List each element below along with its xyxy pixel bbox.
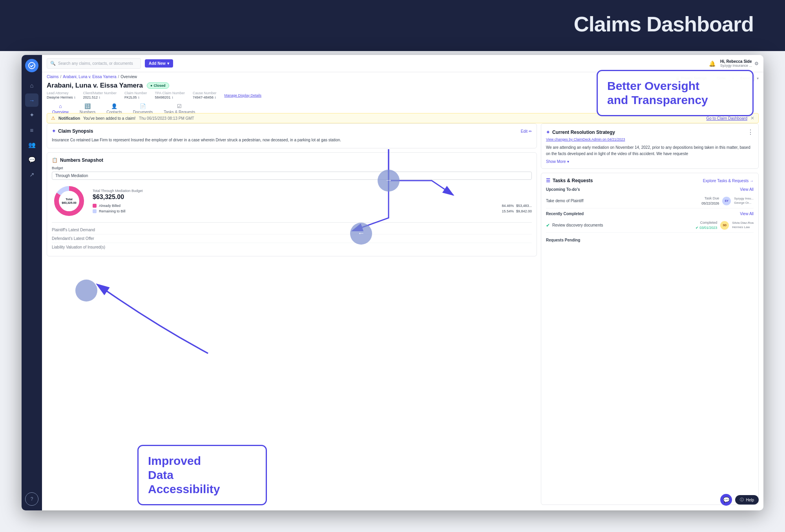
- resolution-icon: ✦: [546, 130, 550, 135]
- synopsis-icon: ✦: [52, 128, 56, 134]
- oversight-annotation-text: Better Oversightand Transparency: [607, 79, 743, 107]
- topbar-right: 🔔 Hi, Rebecca Side Syzygy Insurance ... …: [709, 59, 759, 68]
- numbers-title: Numbers Snapshot: [60, 157, 103, 163]
- claim-tpa: TPA Claim Number 58498201 ℹ: [155, 91, 185, 99]
- completed-check-icon: ✔: [546, 223, 550, 228]
- claim-header: Arabani, Luna v. Eissa Yamera ● Closed L…: [47, 82, 685, 99]
- user-info: Hi, Rebecca Side Syzygy Insurance ... ⚙: [720, 59, 759, 68]
- resolution-title: Current Resolution Strategy: [552, 130, 615, 135]
- claim-client-matter: Client/Matter Number 2021.512 ℹ: [83, 91, 117, 99]
- sidebar-item-star[interactable]: ✦: [25, 108, 38, 122]
- claim-number-info-icon: ℹ: [138, 96, 139, 99]
- notification-close-icon[interactable]: ✕: [750, 115, 754, 121]
- breadcrumb-current: Overview: [120, 75, 137, 79]
- upcoming-label: Upcoming To-do's: [546, 187, 580, 192]
- tpa-info-icon: ℹ: [172, 96, 173, 99]
- sidebar-item-chat[interactable]: 💬: [25, 153, 38, 166]
- left-panel: ✦ Claim Synopsis Edit ✏ Insurance Co ret…: [47, 123, 537, 510]
- legend-billed-dot: [93, 204, 97, 208]
- show-more-button[interactable]: Show More ▾: [546, 159, 754, 164]
- task-item-demo: Take demo of Plaintiff Task Due 05/22/20…: [546, 194, 754, 208]
- lead-attorney-info-icon: ℹ: [74, 96, 75, 99]
- breadcrumb: Claims / Arabani, Luna v. Eissa Yamera /…: [47, 75, 137, 79]
- help-area: 💬 ⓘ Help: [720, 494, 759, 506]
- sidebar-item-users[interactable]: 👥: [25, 138, 38, 152]
- sidebar-logo[interactable]: [25, 59, 38, 72]
- resolution-meta-link[interactable]: View changes by ClaimDeck Admin on 04/21…: [546, 137, 754, 141]
- explore-tasks-link[interactable]: Explore Tasks & Requests →: [703, 179, 754, 183]
- export-chevron-icon: ▾: [757, 76, 759, 80]
- completed-label: Recently Completed: [546, 212, 584, 216]
- help-button[interactable]: ⓘ Help: [735, 495, 759, 505]
- sidebar-item-export[interactable]: ↗: [25, 168, 38, 181]
- claim-cause-number: Cause Number 74947-48456 ℹ: [193, 91, 217, 99]
- client-matter-info-icon: ℹ: [99, 96, 100, 99]
- search-placeholder: Search any claims, contacts, or document…: [58, 61, 133, 66]
- notification-icon[interactable]: 🔔: [709, 60, 716, 67]
- user-company: Syzygy Insurance ...: [720, 64, 752, 68]
- breadcrumb-case[interactable]: Arabani, Luna v. Eissa Yamera: [63, 75, 116, 79]
- user-settings-icon[interactable]: ⚙: [754, 61, 759, 66]
- resolution-menu-icon[interactable]: ⋮: [747, 128, 754, 136]
- completed-view-all-link[interactable]: View All: [740, 212, 754, 216]
- tab-tasks-icon: ☑: [177, 103, 182, 109]
- add-new-button[interactable]: Add New ▾: [145, 59, 173, 68]
- sidebar-item-menu[interactable]: ≡: [25, 123, 38, 137]
- breadcrumb-claims[interactable]: Claims: [47, 75, 59, 79]
- claim-lead-attorney: Lead Attorney Dwayne Hermes ℹ: [47, 91, 75, 99]
- donut-center-label: Total $63,325.00: [62, 197, 77, 205]
- legend-remaining: Remaining to Bill 15.54% $9,842.00: [93, 209, 532, 213]
- sidebar: ⌂ → ✦ ≡ 👥 💬 ↗ ?: [22, 55, 42, 510]
- chat-button[interactable]: 💬: [720, 494, 732, 506]
- upcoming-view-all-link[interactable]: View All: [740, 187, 754, 192]
- budget-details: Total Through Mediation Budget $63,325.0…: [93, 189, 532, 213]
- tab-documents-icon: 📄: [140, 103, 146, 109]
- svg-point-0: [29, 62, 35, 69]
- screenshot-frame: ⌂ → ✦ ≡ 👥 💬 ↗ ? 🔍 Search any claims, con…: [22, 55, 763, 510]
- tasks-title: Tasks & Requests: [553, 178, 593, 183]
- sidebar-item-home[interactable]: ⌂: [25, 79, 38, 92]
- accessibility-annotation-box: ImprovedDataAccessibility: [137, 445, 267, 505]
- notification-text: You've been added to a claim! Thu 06/15/…: [83, 116, 703, 121]
- search-bar[interactable]: 🔍 Search any claims, contacts, or docume…: [47, 58, 141, 69]
- legend-remaining-dot: [93, 209, 97, 213]
- synopsis-title: Claim Synopsis: [58, 128, 93, 134]
- page-title: Claims Dashboard: [574, 12, 754, 36]
- sidebar-item-help[interactable]: ?: [25, 492, 38, 506]
- notification-label: Notification: [58, 116, 80, 121]
- claim-synopsis-card: ✦ Claim Synopsis Edit ✏ Insurance Co ret…: [47, 123, 537, 148]
- budget-label: Budget: [52, 166, 532, 170]
- donut-chart: Total $63,325.00: [52, 184, 86, 218]
- numbers-icon: 📋: [52, 157, 58, 163]
- synopsis-edit-button[interactable]: Edit ✏: [521, 129, 532, 133]
- notification-warning-icon: ⚠: [51, 115, 55, 121]
- sidebar-item-arrow[interactable]: →: [25, 93, 38, 107]
- fin-row-defendant: Defendant's Latest Offer: [52, 234, 532, 243]
- fin-row-plaintiff: Plaintiff's Latest Demand: [52, 226, 532, 234]
- search-icon: 🔍: [50, 61, 56, 66]
- tasks-icon: ☰: [546, 178, 550, 183]
- pending-label: Requests Pending: [546, 238, 580, 242]
- fin-row-liability: Liability Valuation of Insured(s): [52, 243, 532, 251]
- tab-numbers-icon: 🔢: [84, 103, 91, 109]
- task-avatar-review: SD: [720, 221, 729, 230]
- tab-overview-icon: ⌂: [59, 103, 62, 109]
- task-avatar-demo: SY: [722, 197, 731, 205]
- claim-title: Arabani, Luna v. Eissa Yamera: [47, 82, 143, 90]
- right-panel: ✦ Current Resolution Strategy ⋮ View cha…: [541, 123, 759, 510]
- user-name: Hi, Rebecca Side: [720, 59, 752, 64]
- goto-dashboard-link[interactable]: Go to Claim Dashboard: [706, 116, 748, 121]
- status-badge: ● Closed: [147, 82, 169, 89]
- resolution-text: We are attending an early mediation on N…: [546, 144, 754, 157]
- resolution-strategy-card: ✦ Current Resolution Strategy ⋮ View cha…: [541, 123, 759, 169]
- tab-contacts-icon: 👤: [111, 103, 117, 109]
- claim-number: Claim Number FK2L05 ℹ: [124, 91, 147, 99]
- tasks-requests-card: ☰ Tasks & Requests Explore Tasks & Reque…: [541, 173, 759, 505]
- manage-display-link[interactable]: Manage Display Details: [224, 93, 261, 97]
- oversight-annotation-box: Better Oversightand Transparency: [597, 70, 754, 116]
- numbers-snapshot-card: 📋 Numbers Snapshot Budget Through Mediat…: [47, 152, 537, 256]
- cause-number-info-icon: ℹ: [215, 96, 216, 99]
- legend-billed: Already Billed 84.46% $53,483...: [93, 204, 532, 208]
- budget-select[interactable]: Through Mediation: [52, 172, 532, 180]
- accessibility-annotation-text: ImprovedDataAccessibility: [148, 454, 256, 496]
